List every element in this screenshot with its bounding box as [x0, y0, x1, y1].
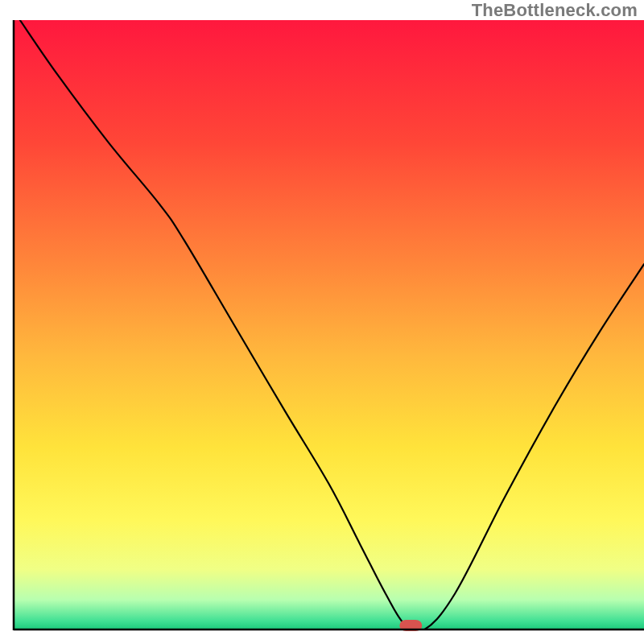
- gradient-background: [14, 20, 644, 630]
- watermark-label: TheBottleneck.com: [472, 0, 638, 21]
- bottleneck-chart: [0, 0, 644, 644]
- chart-container: TheBottleneck.com: [0, 0, 644, 644]
